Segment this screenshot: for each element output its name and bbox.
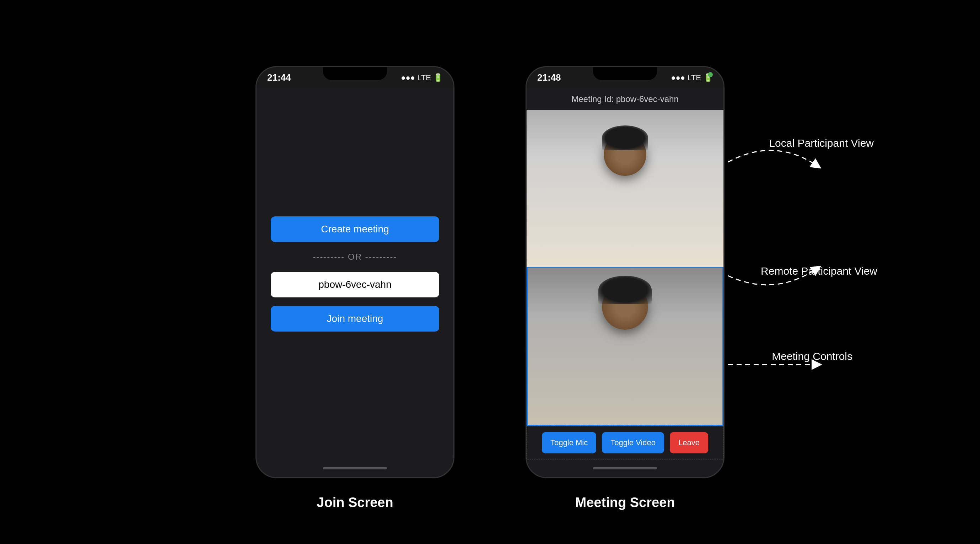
join-status-icons: ●●● LTE 🔋 [401, 73, 443, 83]
local-person-render [527, 110, 724, 267]
meeting-screen-wrapper: 21:48 ●●● LTE 🔋 Meeting Id: pbow-6vec-va… [525, 66, 724, 478]
meeting-status-time: 21:48 [537, 72, 561, 83]
remote-participant-label: Remote Participant View [761, 265, 877, 277]
join-screen-wrapper: 21:44 ●●● LTE 🔋 Create meeting ---------… [256, 66, 455, 478]
remote-person-render [528, 268, 722, 425]
meeting-status-icons: ●●● LTE 🔋 [671, 73, 713, 83]
meeting-id-bar: Meeting Id: pbow-6vec-vahn [527, 89, 724, 110]
video-container [527, 110, 724, 426]
join-screen-label: Join Screen [317, 495, 393, 510]
toggle-mic-button[interactable]: Toggle Mic [542, 432, 596, 453]
camera-indicator [708, 72, 713, 77]
meeting-screen-label: Meeting Screen [575, 495, 675, 510]
remote-video [527, 267, 724, 426]
scene: 21:44 ●●● LTE 🔋 Create meeting ---------… [0, 0, 980, 544]
home-bar [323, 467, 387, 469]
meeting-home-indicator [527, 460, 724, 477]
join-screen-body: Create meeting --------- OR --------- Jo… [256, 89, 453, 460]
meeting-controls-label: Meeting Controls [772, 350, 853, 363]
local-video [527, 110, 724, 267]
meeting-signal-icon: ●●● LTE 🔋 [671, 73, 713, 83]
leave-button[interactable]: Leave [670, 432, 708, 453]
meeting-id-input[interactable] [271, 272, 439, 297]
create-meeting-button[interactable]: Create meeting [271, 216, 439, 242]
signal-icon: ●●● LTE 🔋 [401, 73, 443, 83]
meeting-home-bar [593, 467, 657, 469]
phone-notch [323, 67, 387, 80]
local-participant-label: Local Participant View [769, 137, 874, 149]
join-meeting-button[interactable]: Join meeting [271, 306, 439, 331]
join-screen-phone: 21:44 ●●● LTE 🔋 Create meeting ---------… [256, 66, 455, 478]
toggle-video-button[interactable]: Toggle Video [602, 432, 664, 453]
or-divider: --------- OR --------- [313, 252, 397, 262]
join-home-indicator [256, 460, 453, 477]
join-status-time: 21:44 [267, 72, 291, 83]
meeting-phone-notch [593, 67, 657, 80]
meeting-screen-phone: 21:48 ●●● LTE 🔋 Meeting Id: pbow-6vec-va… [525, 66, 724, 478]
controls-area: Toggle Mic Toggle Video Leave [527, 426, 724, 460]
